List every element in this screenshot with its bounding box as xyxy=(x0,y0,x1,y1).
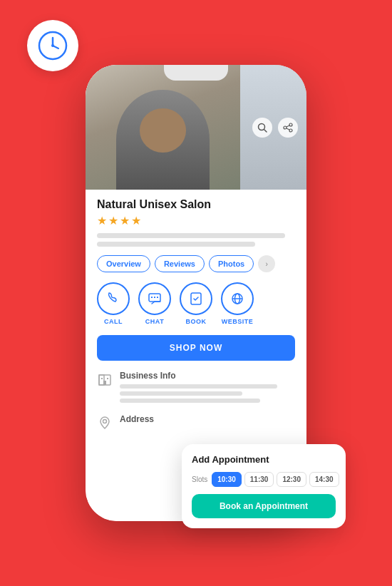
phone-notch xyxy=(164,65,228,81)
slot-1430[interactable]: 14:30 xyxy=(309,472,339,487)
svg-rect-12 xyxy=(151,297,153,298)
hero-actions xyxy=(252,118,298,138)
action-buttons-row: CALL CHAT xyxy=(97,282,295,325)
salon-photo xyxy=(86,65,240,190)
business-info-section: Business Info xyxy=(97,371,295,406)
star-2: ★ xyxy=(108,214,118,227)
business-info-content: Business Info xyxy=(120,371,295,406)
website-label: WEBSITE xyxy=(222,318,254,325)
slots-row: Slots 10:30 11:30 12:30 14:30 xyxy=(192,472,336,487)
clock-icon xyxy=(38,31,68,61)
business-info-lines xyxy=(120,384,295,403)
globe-icon xyxy=(221,282,254,315)
hero-image xyxy=(86,65,306,190)
tab-overview[interactable]: Overview xyxy=(97,255,150,272)
chat-button[interactable]: CHAT xyxy=(138,282,171,325)
navigation-tabs: Overview Reviews Photos › xyxy=(97,255,295,272)
book-appointment-button[interactable]: Book an Appointment xyxy=(192,494,336,518)
star-1: ★ xyxy=(97,214,107,227)
content-area: Natural Unisex Salon ★ ★ ★ ★ Overview Re… xyxy=(86,190,306,435)
salon-name: Natural Unisex Salon xyxy=(97,198,295,211)
appointment-title: Add Appointment xyxy=(192,454,336,465)
business-info-title: Business Info xyxy=(120,371,295,381)
book-icon xyxy=(180,282,212,315)
appointment-card: Add Appointment Slots 10:30 11:30 12:30 … xyxy=(182,444,346,528)
book-button[interactable]: BOOK xyxy=(180,282,212,325)
chat-icon xyxy=(138,282,171,315)
call-label: CALL xyxy=(104,318,123,325)
website-button[interactable]: WEBSITE xyxy=(221,282,254,325)
svg-line-9 xyxy=(287,125,289,127)
location-icon xyxy=(97,416,113,435)
slots-label: Slots xyxy=(192,476,207,483)
desc-line-1 xyxy=(97,233,285,238)
svg-rect-20 xyxy=(99,375,104,385)
shop-now-button[interactable]: SHOP NOW xyxy=(97,335,295,361)
biz-line-2 xyxy=(120,391,242,396)
phone-device: Natural Unisex Salon ★ ★ ★ ★ Overview Re… xyxy=(86,65,306,521)
star-rating: ★ ★ ★ ★ xyxy=(97,214,295,227)
svg-point-6 xyxy=(289,123,292,126)
share-icon[interactable] xyxy=(278,118,298,138)
svg-point-24 xyxy=(103,420,107,423)
call-icon xyxy=(97,282,130,315)
tab-more[interactable]: › xyxy=(258,255,275,272)
slot-1130[interactable]: 11:30 xyxy=(244,472,274,487)
star-4: ★ xyxy=(131,214,141,227)
desc-line-2 xyxy=(97,242,255,247)
slots-list: 10:30 11:30 12:30 14:30 xyxy=(212,472,339,487)
tab-reviews[interactable]: Reviews xyxy=(155,255,205,272)
svg-rect-23 xyxy=(103,381,106,385)
slot-1030[interactable]: 10:30 xyxy=(212,472,242,487)
svg-line-5 xyxy=(264,129,267,132)
svg-rect-13 xyxy=(154,297,155,298)
call-button[interactable]: CALL xyxy=(97,282,130,325)
svg-line-10 xyxy=(287,128,289,130)
book-label: BOOK xyxy=(186,318,207,325)
svg-point-7 xyxy=(284,126,287,129)
clock-badge xyxy=(27,20,78,71)
slot-1230[interactable]: 12:30 xyxy=(277,472,306,487)
biz-line-3 xyxy=(120,399,260,403)
svg-rect-22 xyxy=(107,378,108,379)
address-title: Address xyxy=(120,414,295,424)
address-content: Address xyxy=(120,414,295,428)
svg-rect-14 xyxy=(157,297,158,298)
star-3: ★ xyxy=(120,214,130,227)
description-placeholder xyxy=(97,233,295,247)
hero-image-main xyxy=(86,65,240,190)
building-icon xyxy=(97,372,113,391)
biz-line-1 xyxy=(120,384,277,389)
address-section: Address xyxy=(97,414,295,435)
tab-photos[interactable]: Photos xyxy=(209,255,254,272)
svg-rect-21 xyxy=(101,378,103,379)
search-icon[interactable] xyxy=(252,118,272,138)
svg-point-8 xyxy=(289,129,292,132)
chat-label: CHAT xyxy=(145,318,164,325)
svg-point-3 xyxy=(51,44,54,47)
